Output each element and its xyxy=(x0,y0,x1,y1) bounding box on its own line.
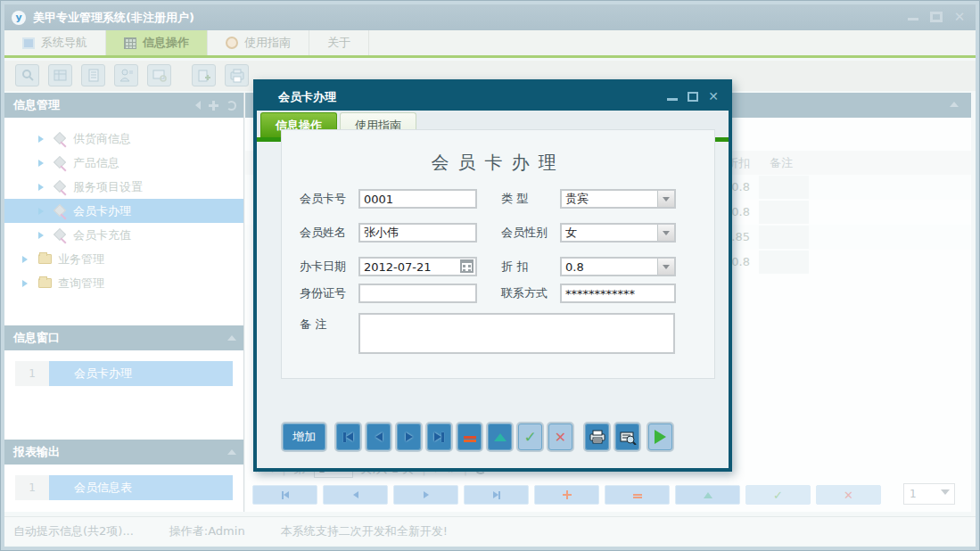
first-record-button[interactable] xyxy=(252,485,317,505)
search-icon xyxy=(20,68,36,84)
tab-system-nav[interactable]: 系统导航 xyxy=(4,30,106,55)
cancel-button[interactable]: ✕ xyxy=(547,422,574,452)
play-icon xyxy=(655,430,666,444)
restore-icon[interactable] xyxy=(929,11,943,23)
name-label: 会员姓名 xyxy=(300,225,358,241)
next-record-icon xyxy=(424,491,429,498)
discount-combo[interactable] xyxy=(560,257,676,276)
date-picker[interactable] xyxy=(358,257,477,276)
dropdown-button[interactable] xyxy=(657,259,674,275)
page-size-select[interactable]: 1 xyxy=(903,483,955,505)
minus-icon xyxy=(464,436,476,439)
tree-item-supplier-info[interactable]: 供货商信息 xyxy=(4,127,243,151)
sidebar: 信息管理 供货商信息 产品信息 服务项目设置 xyxy=(4,93,244,512)
printer-icon xyxy=(589,429,606,445)
maximize-icon[interactable] xyxy=(687,91,699,103)
prev-record-button[interactable] xyxy=(323,485,388,505)
chevron-down-icon xyxy=(663,265,670,273)
calendar-icon[interactable] xyxy=(460,259,474,273)
item-label: 会员信息表 xyxy=(49,475,233,500)
card-no-input[interactable] xyxy=(358,189,477,209)
panel-title: 信息窗口 xyxy=(13,330,60,346)
dropdown-button[interactable] xyxy=(657,225,674,241)
prev-record-button[interactable] xyxy=(365,422,392,452)
refresh-icon[interactable] xyxy=(226,101,236,111)
printer-icon xyxy=(229,68,245,84)
first-record-button[interactable] xyxy=(334,422,362,452)
info-window-item[interactable]: 1 会员卡办理 xyxy=(15,361,233,386)
item-number: 1 xyxy=(15,361,49,386)
close-icon[interactable]: ✕ xyxy=(952,11,967,23)
tab-about[interactable]: 关于 xyxy=(309,30,369,55)
document-button[interactable] xyxy=(81,64,105,86)
cancel-button[interactable]: ✕ xyxy=(816,485,881,505)
last-record-button[interactable] xyxy=(425,422,453,452)
printer-button[interactable] xyxy=(225,64,249,86)
column-header-note[interactable]: 备注 xyxy=(762,151,816,175)
add-button-label: 增加 xyxy=(292,429,316,445)
collapse-up-icon[interactable] xyxy=(227,335,236,341)
close-icon[interactable]: ✕ xyxy=(707,91,720,103)
chevron-right-icon xyxy=(38,160,47,167)
name-input[interactable] xyxy=(358,223,477,243)
x-icon: ✕ xyxy=(844,489,853,502)
tab-label: 使用指南 xyxy=(244,35,291,51)
edit-button[interactable] xyxy=(486,422,514,452)
type-combo[interactable] xyxy=(560,189,676,209)
contact-input[interactable] xyxy=(560,284,676,303)
collapse-up-icon[interactable] xyxy=(950,102,959,107)
confirm-button[interactable]: ✓ xyxy=(745,485,811,505)
chevron-right-icon xyxy=(22,280,31,287)
card-no-label: 会员卡号 xyxy=(300,191,358,207)
last-record-button[interactable] xyxy=(464,485,529,505)
add-record-button[interactable] xyxy=(534,485,599,505)
run-button[interactable] xyxy=(646,422,674,452)
chevron-right-icon xyxy=(38,232,47,239)
gender-combo[interactable] xyxy=(560,223,676,243)
delete-record-button[interactable] xyxy=(605,485,670,505)
chevron-right-icon xyxy=(22,256,31,263)
id-no-input[interactable] xyxy=(358,284,477,303)
status-operator: 操作者:Admin xyxy=(169,523,245,539)
add-button[interactable]: 增加 xyxy=(281,422,327,452)
print-preview-button[interactable] xyxy=(614,422,641,452)
minimize-icon[interactable] xyxy=(666,91,679,103)
dropdown-button[interactable] xyxy=(657,191,674,207)
user-button[interactable] xyxy=(114,64,138,86)
panel-title: 报表输出 xyxy=(13,444,60,460)
form-button[interactable] xyxy=(48,64,72,86)
tab-info-operation[interactable]: 信息操作 xyxy=(106,30,208,55)
tool-icon xyxy=(54,181,67,193)
dialog-title: 会员卡办理 xyxy=(278,89,336,105)
chevron-right-icon xyxy=(38,208,47,215)
report-item[interactable]: 1 会员信息表 xyxy=(15,475,233,500)
delete-button[interactable] xyxy=(456,422,483,452)
user-icon xyxy=(119,68,135,84)
tree-item-product-info[interactable]: 产品信息 xyxy=(4,151,243,175)
id-no-label: 身份证号 xyxy=(300,285,358,301)
triangle-up-icon xyxy=(704,492,712,498)
confirm-button[interactable]: ✓ xyxy=(516,422,544,452)
tree-item-card-recharge[interactable]: 会员卡充值 xyxy=(4,223,243,247)
last-record-icon xyxy=(434,432,441,441)
next-record-button[interactable] xyxy=(393,485,458,505)
collapse-up-icon[interactable] xyxy=(227,449,236,455)
chevron-down-icon xyxy=(663,231,670,239)
tab-user-guide[interactable]: 使用指南 xyxy=(208,30,309,55)
tree-item-service-settings[interactable]: 服务项目设置 xyxy=(4,175,243,199)
monitor-button[interactable] xyxy=(147,64,171,86)
tree-item-member-card[interactable]: 会员卡办理 xyxy=(4,199,243,223)
add-icon[interactable] xyxy=(209,101,218,111)
tree-item-business-mgmt[interactable]: 业务管理 xyxy=(4,247,243,271)
export-button[interactable] xyxy=(192,64,216,86)
tree-item-query-mgmt[interactable]: 查询管理 xyxy=(4,271,243,295)
next-record-button[interactable] xyxy=(395,422,423,452)
discount-label: 折 扣 xyxy=(501,259,560,275)
print-button[interactable] xyxy=(583,422,611,452)
remark-textarea[interactable] xyxy=(358,313,675,354)
minimize-icon[interactable] xyxy=(906,11,920,23)
collapse-left-icon[interactable] xyxy=(195,101,201,110)
edit-record-button[interactable] xyxy=(675,485,740,505)
search-button[interactable] xyxy=(15,64,39,86)
member-card-dialog: 会员卡办理 ✕ 信息操作 使用指南 会员卡办理 会员卡号 类 型 xyxy=(253,79,732,472)
